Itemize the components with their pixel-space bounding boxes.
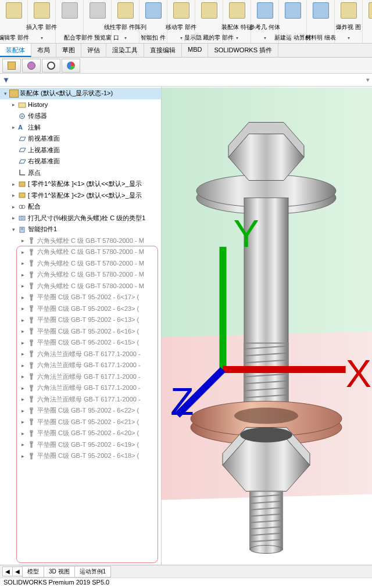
expander-icon[interactable]: ▸ <box>10 204 16 210</box>
tree-item[interactable]: 原点 <box>0 167 161 179</box>
ribbon-instant3d[interactable]: Inst <box>363 0 372 43</box>
ribbon-assembly-feature[interactable]: 装配体 特征▾ <box>223 0 251 43</box>
expander-icon[interactable]: ▸ <box>20 340 26 346</box>
tree-item[interactable]: ▸ A 注解 <box>0 122 161 134</box>
ribbon-insert-component[interactable]: 插入零 部件▾ <box>28 0 56 43</box>
expander-icon[interactable]: ▸ <box>10 192 16 198</box>
tree-fastener-item[interactable]: ▸ 六角法兰面螺母 GB-T 6177.1-2000 - <box>0 371 161 383</box>
ribbon-linear-pattern[interactable]: 线性零部 件阵列▾ <box>112 0 140 43</box>
tab-render[interactable]: 渲染工具 <box>106 44 144 57</box>
tab-direct-edit[interactable]: 直接编辑 <box>144 44 182 57</box>
tree-fastener-item[interactable]: ▸ 平垫圈 C级 GB-T 95-2002 - 6<13> ( <box>0 314 161 326</box>
ribbon-show-hidden[interactable]: 显示隐 藏的零 部件 <box>195 0 223 43</box>
expander-icon[interactable]: ▸ <box>20 431 26 436</box>
tree-fastener-item[interactable]: ▸ 六角法兰面螺母 GB-T 6177.1-2000 - <box>0 360 161 371</box>
feature-manager-filter[interactable]: ▼ ▾ <box>0 74 372 87</box>
tree-item[interactable]: 右视基准面 <box>0 156 161 167</box>
tree-item[interactable]: 传感器 <box>0 110 161 122</box>
tree-root-assembly[interactable]: ▾ 装配体 (默认<默认_显示状态-1>) <box>0 88 161 99</box>
fm-tab-property-manager[interactable] <box>22 59 41 73</box>
expander-icon[interactable]: ▸ <box>20 363 26 368</box>
ribbon-exploded-view[interactable]: 爆炸视 图▾ <box>335 0 363 43</box>
expander-icon[interactable]: ▸ <box>10 215 16 221</box>
scroll-first[interactable]: ◀ <box>2 567 13 576</box>
ribbon-preview-window[interactable]: 零部件 预览窗 口 <box>84 0 112 43</box>
tree-fastener-item[interactable]: ▸ 六角法兰面螺母 GB-T 6177.1-2000 - <box>0 394 161 406</box>
fm-tab-feature-tree[interactable] <box>2 59 21 73</box>
tab-mbd[interactable]: MBD <box>182 44 208 57</box>
tab-sketch[interactable]: 草图 <box>56 44 81 57</box>
svg-rect-53 <box>31 432 32 436</box>
tree-fastener-item[interactable]: ▸ 六角头螺栓 C 级 GB-T 5780-2000 - M <box>0 258 161 270</box>
fm-tab-configuration[interactable] <box>42 59 60 73</box>
expander-icon[interactable]: ▸ <box>20 396 26 402</box>
tree-fastener-item[interactable]: ▸ 六角头螺栓 C 级 GB-T 5780-2000 - M <box>0 246 161 258</box>
svg-marker-6 <box>19 160 26 163</box>
tab-evaluate[interactable]: 评估 <box>81 44 106 57</box>
tab-sw-addins[interactable]: SOLIDWORKS 插件 <box>208 44 278 57</box>
ribbon-bom[interactable]: 材料明 细表 <box>307 0 335 43</box>
tree-fastener-item[interactable]: ▸ 六角头螺栓 C 级 GB-T 5780-2000 - M <box>0 269 161 281</box>
expander-icon[interactable]: ▸ <box>20 238 26 243</box>
ribbon-edit-component[interactable]: 编辑零 部件 <box>0 0 28 43</box>
expander-icon[interactable]: ▸ <box>20 283 26 289</box>
tab-assembly[interactable]: 装配体 <box>0 44 31 57</box>
screw-icon <box>27 350 36 358</box>
expander-icon[interactable]: ▸ <box>20 408 26 414</box>
expander-icon[interactable]: ▸ <box>20 306 26 311</box>
tree-fastener-item[interactable]: ▸ 六角头螺栓 C 级 GB-T 5780-2000 - M <box>0 281 161 292</box>
expander-icon[interactable]: ▸ <box>20 385 26 391</box>
feature-manager-tree[interactable]: ▾ 装配体 (默认<默认_显示状态-1>) ▸ History 传感器▸ A 注… <box>0 87 162 565</box>
screw-icon <box>27 407 36 415</box>
tab-layout[interactable]: 布局 <box>31 44 56 57</box>
tree-fastener-item[interactable]: ▸ 平垫圈 C级 GB-T 95-2002 - 6<19> ( <box>0 439 161 451</box>
tree-item[interactable]: 上视基准面 <box>0 145 161 156</box>
scroll-left[interactable]: ◀ <box>12 567 23 576</box>
graphics-view[interactable]: Y X Z <box>162 87 372 565</box>
tree-fastener-item[interactable]: ▸ 平垫圈 C级 GB-T 95-2002 - 6<22> ( <box>0 405 161 417</box>
expander-icon[interactable]: ▸ <box>10 181 16 187</box>
tree-fastener-item[interactable]: ▸ 平垫圈 C级 GB-T 95-2002 - 6<17> ( <box>0 292 161 303</box>
expander-icon[interactable]: ▸ <box>20 249 26 255</box>
tree-item[interactable]: ▸ [ 零件1^装配体 ]<2> (默认<<默认>_显示 <box>0 190 161 202</box>
expander-icon[interactable]: ▸ <box>20 453 26 459</box>
expander-icon[interactable]: ▸ <box>20 272 26 278</box>
tree-fastener-item[interactable]: ▸ 六角法兰面螺母 GB-T 6177.1-2000 - <box>0 382 161 394</box>
tree-fastener-item[interactable]: ▸ 平垫圈 C级 GB-T 95-2002 - 6<20> ( <box>0 428 161 439</box>
tree-item[interactable]: ▸ 配合 <box>0 201 161 213</box>
tree-fastener-item[interactable]: ▸ 六角法兰面螺母 GB-T 6177.1-2000 - <box>0 349 161 360</box>
tree-item[interactable]: ▸ History <box>0 99 161 111</box>
tree-fastener-item[interactable]: ▸ 平垫圈 C级 GB-T 95-2002 - 6<18> ( <box>0 450 161 462</box>
expander-icon[interactable]: ▾ <box>10 227 16 232</box>
tree-item[interactable]: 前视基准面 <box>0 133 161 145</box>
tree-fastener-item[interactable]: ▸ 六角头螺栓 C 级 GB-T 5780-2000 - M <box>0 235 161 247</box>
bottom-tab-motion[interactable]: 运动算例1 <box>74 566 112 578</box>
expander-icon[interactable]: ▸ <box>10 102 16 107</box>
assembly-icon <box>17 180 27 188</box>
tree-fastener-item[interactable]: ▸ 平垫圈 C级 GB-T 95-2002 - 6<23> ( <box>0 303 161 315</box>
expander-icon[interactable]: ▸ <box>20 419 26 425</box>
tree-fastener-item[interactable]: ▸ 平垫圈 C级 GB-T 95-2002 - 6<21> ( <box>0 417 161 428</box>
ribbon-smart-fasteners[interactable]: 智能扣 件 <box>140 0 167 43</box>
expander-icon[interactable]: ▸ <box>20 351 26 357</box>
tree-item-label: 六角头螺栓 C 级 GB-T 5780-2000 - M <box>37 236 161 245</box>
bottom-tab-3dview[interactable]: 3D 视图 <box>44 566 75 578</box>
tree-fastener-item[interactable]: ▸ 平垫圈 C级 GB-T 95-2002 - 6<16> ( <box>0 326 161 338</box>
expander-icon[interactable]: ▸ <box>20 374 26 379</box>
tree-item[interactable]: ▸ [ 零件1^装配体 ]<1> (默认<<默认>_显示 <box>0 178 161 190</box>
expander-icon[interactable]: ▸ <box>10 124 16 130</box>
expander-icon[interactable]: ▸ <box>20 295 26 300</box>
fm-tab-display-manager[interactable] <box>62 59 80 73</box>
expander-icon[interactable]: ▸ <box>20 317 26 323</box>
expander-icon[interactable]: ▸ <box>20 328 26 334</box>
view-triad[interactable]: Y X Z <box>170 87 372 556</box>
tree-item[interactable]: ▸ 打孔尺寸(%根据六角头螺)栓 C 级的类型1 <box>0 213 161 224</box>
screw-icon <box>27 429 36 438</box>
expander-icon[interactable]: ▸ <box>20 442 26 447</box>
tree-fastener-item[interactable]: ▸ 平垫圈 C级 GB-T 95-2002 - 6<15> ( <box>0 337 161 349</box>
ribbon-new-motion-study[interactable]: 新建运 动算例 <box>279 0 307 43</box>
expander-icon[interactable]: ▸ <box>20 260 26 266</box>
tree-item[interactable]: ▾ 智能扣件1 <box>0 224 161 235</box>
svg-rect-27 <box>31 285 32 289</box>
bottom-tab-model[interactable]: 模型 <box>22 566 44 578</box>
